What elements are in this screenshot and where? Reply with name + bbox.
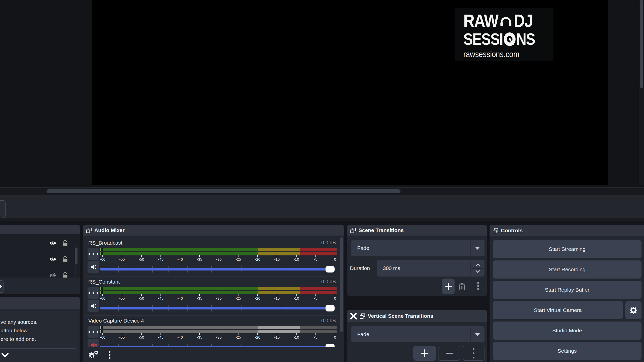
- visibility-on-icon[interactable]: [49, 240, 56, 246]
- vertical-scrollbar[interactable]: [639, 0, 644, 185]
- arrow-right-icon: [0, 285, 2, 288]
- empty-sources-panel: ve any sources. utton below, ere to add …: [0, 311, 78, 362]
- logo-word-sessions-post: NS: [516, 31, 535, 47]
- start-recording-button[interactable]: Start Recording: [493, 260, 641, 279]
- preview-area: RAW DJ SESSI: [0, 0, 644, 187]
- volume-slider-track[interactable]: [100, 307, 335, 309]
- volume-slider-track[interactable]: [100, 346, 335, 347]
- vertical-scrollbar-thumb[interactable]: [640, 0, 643, 88]
- volume-slider-handle[interactable]: [326, 344, 335, 347]
- channel-name: RS_Broadcast: [88, 240, 122, 246]
- empty-sources-dock-partial: ve any sources. utton below, ere to add …: [0, 297, 80, 362]
- dock-icon: [493, 228, 498, 234]
- remove-vertical-transition-button[interactable]: [438, 346, 460, 361]
- vertical-transitions-title: Vertical Scene Transitions: [368, 313, 433, 319]
- source-row[interactable]: [0, 235, 80, 251]
- volume-slider-handle[interactable]: [326, 305, 335, 311]
- combo-separator: [470, 241, 471, 255]
- volume-slider-handle[interactable]: [326, 266, 335, 273]
- plus-icon: [445, 283, 452, 290]
- sources-dock-header[interactable]: [0, 225, 80, 234]
- logo-word-dj: DJ: [514, 12, 533, 30]
- start-replay-buffer-button[interactable]: Start Replay Buffer: [493, 281, 641, 299]
- empty-line-1: ve any sources.: [1, 318, 37, 326]
- channel-name: RS_Constant: [88, 279, 120, 285]
- horizontal-scrollbar[interactable]: [0, 187, 644, 195]
- vertical-transition-select[interactable]: Fade: [351, 326, 485, 342]
- headphones-icon: [500, 15, 512, 27]
- mixer-toolbar: [86, 348, 338, 361]
- preview-canvas[interactable]: RAW DJ SESSI: [92, 0, 608, 185]
- settings-button[interactable]: Settings: [493, 342, 641, 360]
- source-list: [0, 234, 80, 278]
- close-icon[interactable]: [350, 313, 357, 320]
- source-row[interactable]: [0, 251, 80, 267]
- volume-slider[interactable]: [100, 342, 337, 347]
- start-streaming-button[interactable]: Start Streaming: [493, 240, 641, 258]
- source-row[interactable]: [0, 267, 80, 278]
- unlock-icon[interactable]: [62, 240, 68, 247]
- unlock-icon[interactable]: [62, 272, 68, 278]
- volume-slider[interactable]: [100, 264, 337, 275]
- cut-off-dropdown[interactable]: [0, 280, 4, 293]
- mute-toggle-button-muted[interactable]: [88, 339, 99, 347]
- cut-off-control[interactable]: [0, 200, 6, 218]
- chevron-down-icon: [475, 333, 480, 336]
- controls-header[interactable]: Controls: [490, 225, 644, 236]
- virtual-camera-config-button[interactable]: [625, 301, 641, 319]
- audio-mixer-header[interactable]: Audio Mixer: [83, 225, 344, 236]
- mute-toggle-button[interactable]: [88, 300, 99, 312]
- add-vertical-transition-button[interactable]: [413, 346, 436, 361]
- strip-divider: [0, 218, 644, 221]
- horizontal-scrollbar-thumb[interactable]: [47, 189, 400, 193]
- vinyl-record-icon: [503, 32, 516, 46]
- transition-options-kebab[interactable]: [475, 281, 481, 292]
- sources-dock-partial: [0, 225, 80, 294]
- volume-slider[interactable]: [100, 303, 337, 314]
- duration-spinbox[interactable]: 300 ms: [377, 260, 485, 277]
- empty-dock-header[interactable]: [0, 297, 80, 309]
- volume-slider-track[interactable]: [100, 268, 335, 270]
- transition-select[interactable]: Fade: [351, 240, 485, 256]
- combo-separator: [470, 328, 471, 341]
- duration-label: Duration: [350, 260, 370, 277]
- mixer-options-kebab-icon[interactable]: [109, 350, 110, 360]
- visibility-off-icon[interactable]: [49, 273, 56, 278]
- logo-url: rawsessions.com: [463, 50, 535, 59]
- controls-dock: Controls Start Streaming Start Recording…: [490, 225, 644, 362]
- remove-transition-button[interactable]: [457, 282, 467, 291]
- duration-value: 300 ms: [383, 265, 400, 271]
- dock-icon: [359, 313, 365, 319]
- empty-line-2: utton below,: [1, 326, 37, 335]
- gear-icon: [629, 306, 637, 314]
- audio-mixer-title: Audio Mixer: [94, 227, 125, 233]
- chevron-down-icon[interactable]: [1, 352, 9, 358]
- channel-volume-db: 0.0 dB: [321, 279, 336, 285]
- minus-icon: [446, 353, 453, 354]
- channel-name: Video Capture Device 4: [88, 318, 144, 324]
- mixer-channel-video-capture: Video Capture Device 4 0.0 dB -60-55-50-…: [83, 316, 344, 347]
- studio-mode-button[interactable]: Studio Mode: [493, 322, 641, 340]
- vertical-scene-transitions-dock: Vertical Scene Transitions Fade: [347, 310, 487, 362]
- scene-transitions-header[interactable]: Scene Transitions: [347, 225, 487, 236]
- speaker-muted-icon: [90, 342, 97, 347]
- mixer-scrollbar-thumb[interactable]: [340, 237, 343, 332]
- vertical-transition-options-kebab[interactable]: [463, 346, 485, 361]
- start-virtual-camera-button[interactable]: Start Virtual Camera: [493, 301, 623, 319]
- meter-scale: -60-55-50-45-40-35-30-25-20-15-10-50: [100, 296, 337, 301]
- chevron-down-icon: [475, 247, 480, 250]
- vertical-transitions-header[interactable]: Vertical Scene Transitions: [347, 310, 487, 322]
- scene-transitions-dock: Scene Transitions Fade Duration 300 ms: [347, 225, 487, 296]
- visibility-on-icon[interactable]: [49, 256, 56, 262]
- spin-up-button[interactable]: [475, 263, 480, 268]
- mute-toggle-button[interactable]: [88, 261, 99, 273]
- spin-down-button[interactable]: [475, 268, 480, 273]
- add-transition-button[interactable]: [442, 279, 455, 294]
- mixer-channel-rs-constant: RS_Constant 0.0 dB -60-55-50-45-40-35-30…: [83, 277, 344, 316]
- meter-scale: -60-55-50-45-40-35-30-25-20-15-10-50: [100, 257, 337, 262]
- channel-volume-db: 0.0 dB: [321, 318, 336, 324]
- obs-main-window: RAW DJ SESSI: [0, 0, 644, 362]
- unlock-icon[interactable]: [62, 256, 68, 263]
- advanced-audio-gear-icon[interactable]: [89, 350, 98, 359]
- list-scrollbar-thumb[interactable]: [75, 248, 77, 264]
